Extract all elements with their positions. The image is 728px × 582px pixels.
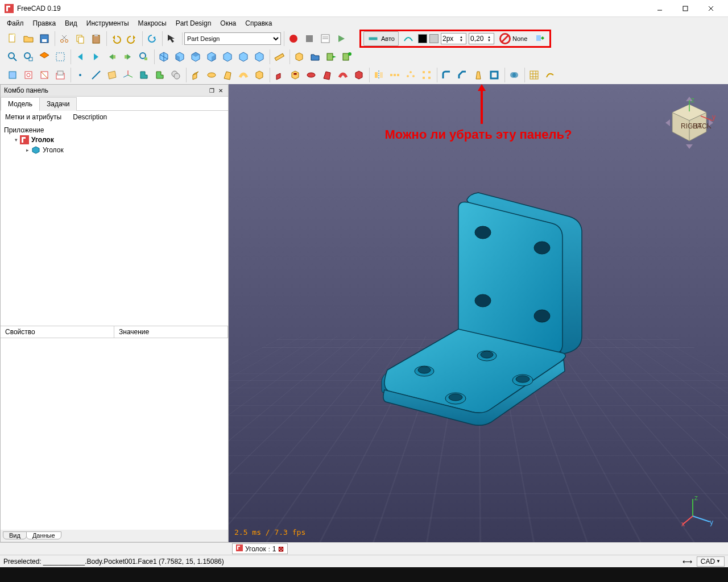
close-tab-icon[interactable]: ⊠	[278, 545, 284, 553]
create-body-icon[interactable]	[5, 68, 20, 82]
measure-icon[interactable]	[272, 49, 287, 64]
nav-forward-icon[interactable]	[89, 49, 104, 64]
menu-tools[interactable]: Инструменты	[82, 18, 134, 28]
menu-view[interactable]: Вид	[60, 18, 82, 28]
datum-plane-icon[interactable]	[105, 68, 119, 82]
dimension-icon[interactable]: ⟷	[682, 558, 692, 566]
open-file-icon[interactable]	[21, 31, 36, 46]
groove-icon[interactable]	[304, 68, 318, 82]
apply-style-icon[interactable]	[532, 31, 547, 46]
minimize-button[interactable]	[647, 0, 672, 17]
additive-primitive-icon[interactable]	[252, 68, 267, 82]
boolean-icon[interactable]	[507, 68, 522, 82]
clone-icon[interactable]	[168, 68, 183, 82]
shapebinder-icon[interactable]	[136, 68, 151, 82]
loft-add-icon[interactable]	[220, 68, 235, 82]
link-back-icon[interactable]	[105, 49, 119, 64]
model-tree[interactable]: Приложение ▾ Уголок ▸ Уголок	[1, 123, 228, 326]
fillet-icon[interactable]	[439, 68, 454, 82]
revolution-icon[interactable]	[204, 68, 219, 82]
macro-list-icon[interactable]	[318, 31, 333, 46]
menu-macros[interactable]: Макросы	[134, 18, 171, 28]
linear-pattern-icon[interactable]	[387, 68, 402, 82]
nav-style-selector[interactable]: CAD ▼	[697, 556, 725, 567]
3d-viewport[interactable]: Можно ли убрать эту панель?	[229, 84, 728, 542]
pocket-icon[interactable]	[272, 68, 287, 82]
link-make-icon[interactable]	[324, 49, 338, 64]
line-color-swatch[interactable]	[418, 34, 427, 43]
polar-pattern-icon[interactable]	[403, 68, 418, 82]
datum-cs-icon[interactable]	[121, 68, 135, 82]
refresh-icon[interactable]	[144, 31, 159, 46]
construction-mode-button[interactable]: Авто	[363, 31, 399, 46]
btab-data[interactable]: Данные	[26, 531, 61, 539]
macro-record-icon[interactable]	[286, 31, 301, 46]
close-panel-icon[interactable]: ✕	[217, 86, 225, 94]
macro-stop-icon[interactable]	[302, 31, 317, 46]
link-forward-icon[interactable]	[121, 49, 135, 64]
create-part-icon[interactable]	[292, 49, 307, 64]
pad-icon[interactable]	[188, 68, 203, 82]
loft-sub-icon[interactable]	[320, 68, 334, 82]
new-file-icon[interactable]	[5, 31, 20, 46]
line-width-input[interactable]: 2px▲▼	[441, 33, 466, 44]
save-icon[interactable]	[37, 31, 52, 46]
pipe-add-icon[interactable]	[236, 68, 251, 82]
right-view-icon[interactable]	[204, 49, 219, 64]
front-view-icon[interactable]	[172, 49, 187, 64]
btab-view[interactable]: Вид	[3, 531, 27, 539]
menu-file[interactable]: Файл	[2, 18, 28, 28]
opacity-input[interactable]: 0,20▲▼	[469, 33, 494, 44]
bottom-view-icon[interactable]	[236, 49, 251, 64]
tab-tasks[interactable]: Задачи	[39, 97, 77, 111]
datum-point-icon[interactable]	[73, 68, 88, 82]
pipe-sub-icon[interactable]	[336, 68, 350, 82]
subtab-labels[interactable]: Метки и атрибуты	[3, 112, 64, 122]
sketcher-icon[interactable]	[543, 68, 557, 82]
fit-all-icon[interactable]	[5, 49, 20, 64]
menu-partdesign[interactable]: Part Design	[171, 18, 216, 28]
create-sketch-icon[interactable]	[21, 68, 36, 82]
maximize-button[interactable]	[672, 0, 698, 17]
top-view-icon[interactable]	[188, 49, 203, 64]
autogroup-button[interactable]: None	[497, 31, 530, 46]
hole-icon[interactable]	[288, 68, 303, 82]
tree-body[interactable]: ▸ Уголок	[4, 145, 225, 155]
map-sketch-icon[interactable]	[53, 68, 68, 82]
nav-back-icon[interactable]	[73, 49, 88, 64]
create-group-icon[interactable]	[308, 49, 322, 64]
tab-model[interactable]: Модель	[1, 97, 40, 111]
chamfer-icon[interactable]	[455, 68, 470, 82]
bounding-box-icon[interactable]	[53, 49, 68, 64]
subshapebinder-icon[interactable]	[152, 68, 167, 82]
subtab-description[interactable]: Description	[71, 112, 109, 122]
copy-icon[interactable]	[73, 31, 88, 46]
datum-line-icon[interactable]	[89, 68, 104, 82]
toggle-grid-icon[interactable]	[527, 68, 541, 82]
mirror-icon[interactable]	[371, 68, 386, 82]
undo-icon[interactable]	[109, 31, 123, 46]
face-color-swatch[interactable]	[429, 34, 439, 43]
macro-play-icon[interactable]	[334, 31, 349, 46]
menu-edit[interactable]: Правка	[28, 18, 61, 28]
menu-windows[interactable]: Окна	[216, 18, 241, 28]
cut-icon[interactable]	[57, 31, 72, 46]
document-tab[interactable]: Уголок : 1 ⊠	[232, 543, 288, 554]
float-panel-icon[interactable]: ❐	[208, 86, 216, 94]
thickness-icon[interactable]	[487, 68, 502, 82]
link-actions-icon[interactable]	[340, 49, 354, 64]
edit-sketch-icon[interactable]	[37, 68, 52, 82]
isometric-view-icon[interactable]	[156, 49, 171, 64]
workbench-selector[interactable]: Part Design	[184, 32, 281, 45]
tree-app-root[interactable]: Приложение	[4, 126, 225, 135]
draw-style-icon[interactable]	[37, 49, 52, 64]
paste-icon[interactable]	[89, 31, 104, 46]
navigation-cube[interactable]: RIGHT BACK z y	[661, 94, 718, 151]
tree-document[interactable]: ▾ Уголок	[4, 135, 225, 145]
subtractive-primitive-icon[interactable]	[351, 68, 366, 82]
whatsthis-icon[interactable]	[164, 31, 179, 46]
draft-icon[interactable]	[471, 68, 486, 82]
menu-help[interactable]: Справка	[241, 18, 276, 28]
rear-view-icon[interactable]	[220, 49, 235, 64]
multitransform-icon[interactable]	[419, 68, 434, 82]
